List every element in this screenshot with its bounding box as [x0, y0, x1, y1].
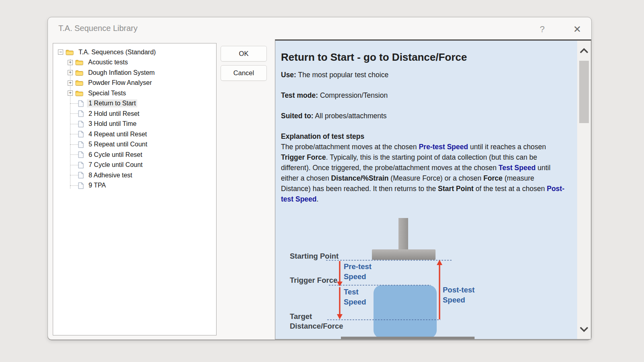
- starting-point-label: Starting Point: [290, 252, 339, 260]
- tree-item-label: T.A. Sequences (Standard): [77, 48, 157, 56]
- fact-line: Use: The most popular test choice: [281, 70, 568, 80]
- tree-stub: [70, 154, 78, 155]
- tree-stub: [70, 165, 78, 165]
- post-test-speed-label-2: Speed: [443, 296, 465, 304]
- document-icon: [78, 141, 84, 148]
- target-label-line1: Target: [290, 312, 312, 321]
- folder-icon: [66, 49, 74, 56]
- tree-item[interactable]: +Dough Inflation System: [53, 68, 216, 78]
- tree-item-label: 1 Return to Start: [87, 99, 137, 107]
- document-icon: [78, 110, 84, 117]
- description-content: Return to Start - go to Distance/Force U…: [275, 41, 577, 339]
- tree-stub: [70, 134, 78, 134]
- document-icon: [78, 162, 84, 169]
- tree-item-label: 6 Cycle until Reset: [87, 151, 144, 159]
- dialog-title: T.A. Sequence Library: [58, 24, 138, 33]
- explanation-title: Explanation of test steps: [281, 132, 568, 142]
- scroll-down-chevron-icon[interactable]: [580, 326, 588, 333]
- tree-item-label: 8 Adhesive test: [87, 171, 134, 179]
- document-icon: [78, 151, 84, 158]
- tree-item[interactable]: +Powder Flow Analyser: [53, 78, 216, 88]
- tree-stub: [70, 124, 78, 124]
- sample-block: [374, 285, 437, 338]
- tree-item[interactable]: 7 Cycle until Count: [53, 160, 216, 171]
- facts: Use: The most popular test choiceTest mo…: [281, 70, 568, 121]
- document-icon: [78, 172, 84, 179]
- probe-shaft: [398, 218, 408, 250]
- page-title: Return to Start - go to Distance/Force: [281, 51, 568, 64]
- tree-item[interactable]: +Special Tests: [53, 88, 216, 99]
- document-icon: [78, 182, 84, 189]
- tree-item[interactable]: 6 Cycle until Reset: [53, 150, 216, 160]
- tree-stub: [70, 175, 78, 175]
- tree-item-label: Acoustic tests: [87, 58, 130, 66]
- tree-item[interactable]: 3 Hold until Time: [53, 119, 216, 130]
- test-arrowhead: [337, 314, 343, 319]
- test-speed-label-1: Test: [344, 288, 359, 296]
- document-icon: [78, 121, 84, 128]
- scroll-up-chevron-icon[interactable]: [580, 47, 588, 54]
- ta-sequence-library-dialog: T.A. Sequence Library ? ✕ −T.A. Sequence…: [47, 17, 592, 340]
- help-icon[interactable]: ?: [536, 23, 549, 36]
- tree-item-label: 3 Hold until Time: [87, 120, 138, 128]
- document-icon: [78, 100, 84, 107]
- tree-rows: −T.A. Sequences (Standard)+Acoustic test…: [53, 43, 216, 335]
- base-plate: [341, 337, 475, 339]
- tree-item[interactable]: 1 Return to Start: [53, 99, 216, 109]
- folder-icon: [75, 90, 83, 97]
- tree-item[interactable]: 8 Adhesive test: [53, 170, 216, 181]
- post-test-arrowhead: [437, 260, 442, 265]
- tree-expander-plus-icon[interactable]: +: [68, 80, 73, 86]
- folder-icon: [75, 59, 83, 66]
- cancel-button[interactable]: Cancel: [221, 65, 267, 81]
- tree-item[interactable]: +Acoustic tests: [53, 58, 216, 68]
- tree-item-label: 4 Repeat until Reset: [87, 130, 149, 138]
- test-speed-label-2: Speed: [344, 298, 366, 306]
- test-diagram: Starting Point Trigger Force Target Dist…: [275, 208, 577, 339]
- vertical-scrollbar[interactable]: [577, 41, 591, 339]
- trigger-force-label: Trigger Force: [290, 276, 337, 284]
- probe-plate: [372, 249, 436, 260]
- folder-icon: [75, 80, 83, 86]
- fact-line: Suited to: All probes/attachments: [281, 111, 568, 121]
- tree-item-label: 7 Cycle until Count: [87, 161, 144, 169]
- tree-expander-plus-icon[interactable]: +: [68, 60, 73, 65]
- tree-stub: [70, 185, 78, 186]
- tree-expander-plus-icon[interactable]: +: [68, 70, 73, 75]
- target-label-line2: Distance/Force: [290, 322, 343, 330]
- tree-item-label: 5 Repeat until Count: [87, 140, 149, 148]
- post-test-speed-label-1: Post-test: [443, 286, 475, 294]
- scrollbar-thumb[interactable]: [579, 61, 589, 123]
- folder-icon: [75, 70, 83, 76]
- tree-item-label: 2 Hold until Reset: [87, 110, 141, 118]
- ok-button[interactable]: OK: [221, 46, 267, 62]
- tree-item[interactable]: 5 Repeat until Count: [53, 140, 216, 150]
- tree-expander-minus-icon[interactable]: −: [58, 49, 63, 55]
- description-panel: Return to Start - go to Distance/Force U…: [275, 39, 591, 339]
- tree-stub: [70, 103, 78, 104]
- pre-test-speed-label-2: Speed: [344, 272, 366, 281]
- explanation-paragraph: The probe/attachment moves at the chosen…: [281, 142, 565, 204]
- tree-stub: [70, 113, 78, 114]
- tree-item[interactable]: 9 TPA: [53, 181, 216, 191]
- pre-test-arrowhead: [337, 282, 343, 286]
- fact-line: Test mode: Compression/Tension: [281, 90, 568, 101]
- tree-item[interactable]: −T.A. Sequences (Standard): [53, 47, 216, 58]
- tree-item-label: Dough Inflation System: [87, 69, 156, 77]
- close-icon[interactable]: ✕: [570, 22, 584, 37]
- document-icon: [78, 131, 84, 138]
- tree-item[interactable]: 2 Hold until Reset: [53, 109, 216, 119]
- tree-item-label: Powder Flow Analyser: [87, 79, 153, 87]
- tree-item-label: 9 TPA: [87, 181, 107, 189]
- tree-expander-plus-icon[interactable]: +: [68, 90, 73, 96]
- tree-item-label: Special Tests: [87, 89, 128, 97]
- tree-item[interactable]: 4 Repeat until Reset: [53, 129, 216, 140]
- sequence-tree-panel: −T.A. Sequences (Standard)+Acoustic test…: [53, 43, 217, 335]
- pre-test-speed-label-1: Pre-test: [344, 262, 372, 271]
- tree-stub: [70, 144, 78, 145]
